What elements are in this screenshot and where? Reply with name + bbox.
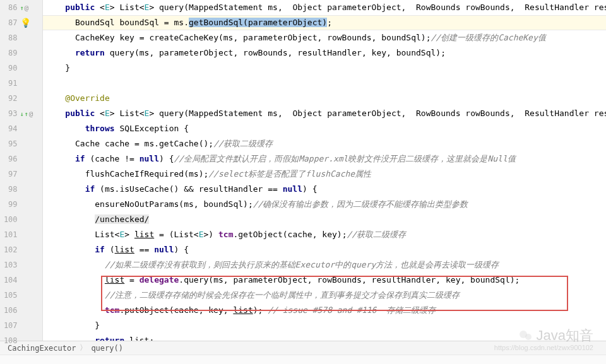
code-line: } [43,61,606,76]
code-line: Cache cache = ms.getCache();//获取二级缓存 [43,136,606,151]
line-number: 93 [0,109,20,118]
line-number: 91 [0,79,20,88]
code-line: ensureNoOutParams(ms, boundSql);//确保没有输出… [43,197,606,212]
line-number: 87 [0,18,20,27]
code-line: if (cache != null) {//全局配置文件默认开启，而假如Mapp… [43,151,606,167]
chevron-right-icon: 〉 [80,343,87,353]
code-line-current: BoundSql boundSql = ms.getBoundSql(param… [43,15,606,30]
code-line: //注意，二级缓存存储的时候会先保存在一个临时属性中，直到事务提交才会保存到真实… [43,288,606,303]
code-editor[interactable]: public <E> List<E> query(MappedStatement… [43,0,606,341]
code-line: List<E> list = (List<E>) tcm.getObject(c… [43,227,606,242]
code-line: if (ms.isUseCache() && resultHandler == … [43,182,606,197]
line-number: 88 [0,33,20,42]
line-number: 100 [0,215,20,224]
line-number: 90 [0,64,20,73]
code-line: tcm.putObject(cache, key, list); // issu… [43,303,606,318]
breadcrumb-item[interactable]: CachingExecutor [8,344,76,353]
line-number: 102 [0,245,20,254]
line-number: 103 [0,261,20,269]
code-line: @Override [43,91,606,106]
gutter: 86↑@ 87💡 88 89 90 91 92 93↓↑@ 94 95 96 9… [0,0,43,341]
status-bar [0,355,606,364]
line-number: 98 [0,185,20,194]
code-line: CacheKey key = createCacheKey(ms, parame… [43,30,606,45]
line-number: 95 [0,139,20,148]
editor-container: 86↑@ 87💡 88 89 90 91 92 93↓↑@ 94 95 96 9… [0,0,606,341]
line-number: 101 [0,230,20,239]
intention-bulb-icon[interactable]: 💡 [20,18,42,28]
line-number: 104 [0,276,20,285]
line-number: 94 [0,124,20,133]
line-number: 86 [0,3,20,12]
line-number: 92 [0,94,20,103]
gutter-mark[interactable]: ↑@ [20,4,42,12]
code-line: } [43,318,606,333]
code-line: throws SQLException { [43,121,606,136]
line-number: 97 [0,170,20,179]
code-line: /unchecked/ [43,212,606,227]
code-line: public <E> List<E> query(MappedStatement… [43,106,606,121]
code-line: public <E> List<E> query(MappedStatement… [43,0,606,15]
gutter-mark[interactable]: ↓↑@ [20,110,42,118]
code-line: return list; [43,333,606,341]
code-line: if (list == null) { [43,242,606,257]
line-number: 96 [0,155,20,163]
code-line: flushCacheIfRequired(ms);//select标签是否配置了… [43,167,606,182]
code-line: //如果二级缓存没有获取到，则回去执行原来的基础Executor中的query方… [43,257,606,273]
code-line [43,76,606,91]
line-number: 99 [0,200,20,209]
code-line: list = delegate.query(ms, parameterObjec… [43,273,606,288]
line-number: 89 [0,49,20,57]
line-number: 107 [0,321,20,330]
code-line: return query(ms, parameterObject, rowBou… [43,45,606,61]
line-number: 105 [0,291,20,300]
breadcrumb-item[interactable]: query() [91,344,123,353]
line-number: 106 [0,306,20,315]
breadcrumb-bar: CachingExecutor 〉 query() [0,341,606,355]
